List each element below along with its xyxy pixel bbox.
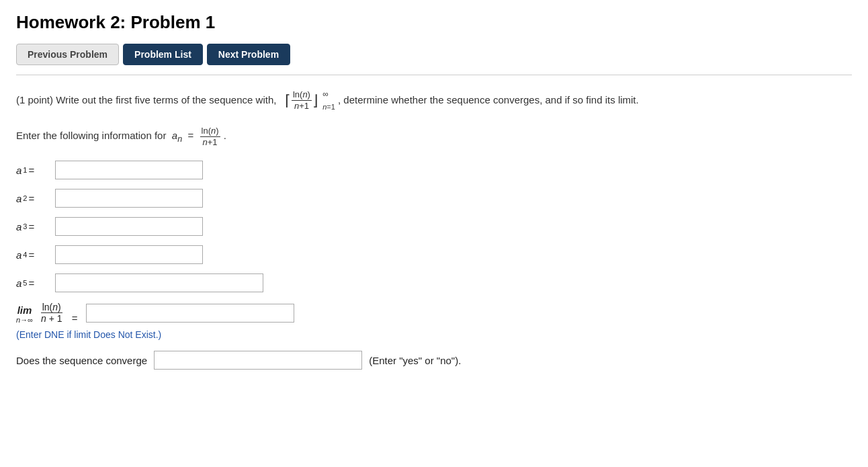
a3-input[interactable] <box>55 217 203 236</box>
a1-label: a1 = <box>16 165 50 176</box>
limit-equals-sign: = <box>69 312 81 324</box>
field-row-a2: a2 = <box>16 189 852 208</box>
lim-label: lim <box>17 304 32 316</box>
converge-row: Does the sequence converge (Enter "yes" … <box>16 351 852 370</box>
enter-info-row: Enter the following information for an =… <box>16 126 852 147</box>
a1-input[interactable] <box>55 161 203 179</box>
problem-list-button[interactable]: Problem List <box>123 44 203 65</box>
sequence-bracket: ⌈ ln(n) n+1 ⌋ <box>285 89 318 111</box>
a3-label: a3 = <box>16 221 50 232</box>
limit-hint: (Enter DNE if limit Does Not Exist.) <box>16 329 852 340</box>
limit-denominator: n + 1 <box>40 313 64 324</box>
a-n-denominator: n+1 <box>202 137 219 148</box>
nav-buttons: Previous Problem Problem List Next Probl… <box>16 44 852 75</box>
sequence-numerator: ln(n) <box>292 89 312 101</box>
limit-numerator: ln(n) <box>41 302 62 313</box>
a-n-numerator: ln(n) <box>200 126 220 137</box>
bracket-left: ⌈ <box>285 93 291 108</box>
enter-info-text: Enter the following information for <box>16 130 166 141</box>
limit-input[interactable] <box>86 304 294 323</box>
a4-label: a4 = <box>16 249 50 261</box>
sequence-sup: ∞ <box>322 87 329 101</box>
a-n-label: an <box>172 130 182 141</box>
converge-hint: (Enter "yes" or "no"). <box>369 355 461 366</box>
a2-input[interactable] <box>55 189 203 208</box>
a5-input[interactable] <box>55 273 263 292</box>
field-row-a4: a4 = <box>16 245 852 264</box>
a-n-fraction: ln(n) n+1 <box>200 126 220 147</box>
limit-row: lim n→∞ ln(n) n + 1 = <box>16 302 852 324</box>
next-problem-button[interactable]: Next Problem <box>207 44 290 65</box>
sequence-denominator: n+1 <box>293 101 310 112</box>
a5-label: a5 = <box>16 278 50 289</box>
limit-notation: lim n→∞ ln(n) n + 1 = <box>16 302 81 324</box>
limit-fraction: ln(n) n + 1 <box>40 302 64 324</box>
prev-problem-button[interactable]: Previous Problem <box>16 44 119 65</box>
field-row-a3: a3 = <box>16 217 852 236</box>
problem-statement: (1 point) Write out the first five terms… <box>16 87 852 114</box>
field-row-a1: a1 = <box>16 161 852 179</box>
bracket-right: ⌋ <box>312 93 318 108</box>
field-row-a5: a5 = <box>16 273 852 292</box>
converge-input[interactable] <box>154 351 362 370</box>
sequence-fraction: ln(n) n+1 <box>292 89 312 111</box>
problem-intro: (1 point) Write out the first five terms… <box>16 94 276 105</box>
lim-sub: n→∞ <box>16 316 33 324</box>
page-title: Homework 2: Problem 1 <box>16 12 852 33</box>
problem-suffix: , determine whether the sequence converg… <box>338 94 639 105</box>
a2-label: a2 = <box>16 193 50 204</box>
sequence-sub: n=1 <box>322 101 335 114</box>
a4-input[interactable] <box>55 245 203 264</box>
sequence-limits: ∞ n=1 <box>322 87 335 114</box>
converge-label: Does the sequence converge <box>16 355 147 366</box>
